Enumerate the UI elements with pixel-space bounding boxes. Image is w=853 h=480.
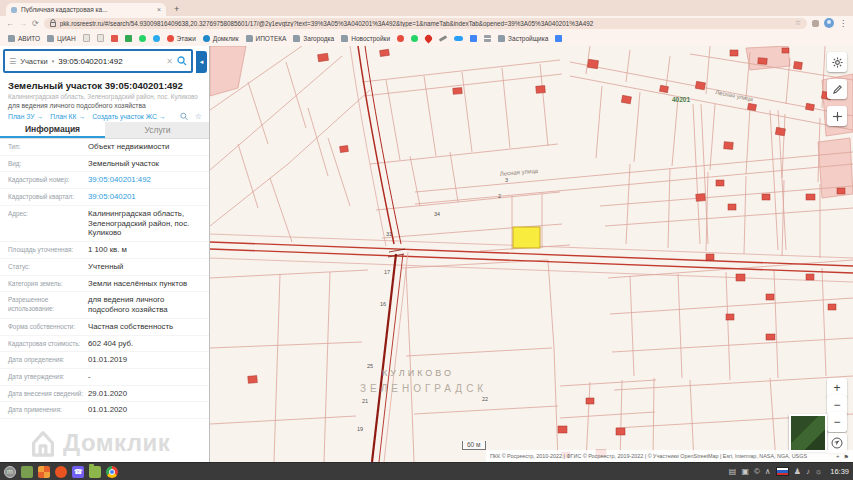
bookmark-item[interactable]: [125, 35, 132, 42]
bookmark-item[interactable]: [411, 35, 418, 42]
bookmark-item[interactable]: [139, 35, 146, 42]
row-value: 29.01.2020: [88, 389, 202, 399]
bookmark-item[interactable]: [111, 35, 118, 42]
tab-close-icon[interactable]: ×: [157, 6, 161, 13]
browser-tab[interactable]: Публичная кадастровая ка... ×: [6, 3, 166, 16]
bookmark-item[interactable]: Загородка: [293, 35, 334, 42]
bookmark-item[interactable]: [470, 35, 477, 42]
row-value: 01.01.2019: [88, 355, 202, 365]
svg-text:2: 2: [498, 193, 501, 199]
bookmark-item[interactable]: [83, 34, 90, 42]
map-canvas[interactable]: Лесная улица Лесная улица 40201 КУЛИКОВО…: [210, 46, 853, 462]
viber-app-icon[interactable]: ☎: [72, 466, 84, 478]
sound-tray-icon[interactable]: ♪: [806, 468, 810, 476]
bookmark-item[interactable]: [454, 36, 463, 41]
watermark: Домклик: [28, 428, 170, 458]
back-button[interactable]: ←: [6, 19, 14, 28]
forward-button[interactable]: →: [19, 19, 27, 28]
bookmark-item[interactable]: Этажи: [167, 35, 196, 42]
search-category[interactable]: Участки: [20, 57, 48, 66]
new-tab-button[interactable]: +: [174, 3, 179, 16]
table-row: Форма собственности: Частная собственнос…: [0, 319, 210, 336]
bookmark-icon: [246, 35, 253, 42]
table-row: Дата определения: 01.01.2019: [0, 352, 210, 369]
taskbar-clock[interactable]: 16:39: [830, 467, 849, 476]
basemap-thumbnail[interactable]: [789, 414, 827, 452]
search-box[interactable]: ☰ Участки ▾ 39:05:040201:492 ✕: [3, 49, 193, 73]
box-tray-icon[interactable]: ▣: [741, 468, 749, 476]
link-plan-zu[interactable]: План ЗУ →: [8, 113, 43, 120]
bookmark-item[interactable]: ЦИАН: [47, 35, 76, 42]
cadastral-map[interactable]: Лесная улица Лесная улица 40201 КУЛИКОВО…: [210, 46, 853, 462]
bookmark-icon: [293, 35, 300, 42]
collapse-controls-button[interactable]: −: [827, 412, 847, 432]
ubuntu-app-icon[interactable]: [55, 466, 67, 478]
bookmark-item[interactable]: Домклик: [203, 35, 239, 42]
row-value: 1 100 кв. м: [88, 245, 202, 255]
parcel-address-subtitle: Калининградская область, Зеленоградский …: [8, 93, 202, 100]
user-tray-icon[interactable]: ♟: [794, 468, 801, 476]
profile-avatar[interactable]: [824, 18, 834, 28]
keyboard-layout-ru-flag[interactable]: [776, 467, 789, 476]
office-app-icon[interactable]: [38, 466, 50, 478]
attribution-plus-icon[interactable]: +: [836, 453, 840, 459]
zoom-to-parcel-icon[interactable]: [180, 112, 188, 121]
bookmark-item[interactable]: [397, 35, 404, 42]
extensions-icon[interactable]: [812, 20, 819, 27]
files-app-icon[interactable]: [89, 466, 101, 478]
bookmark-star-icon[interactable]: ☆: [795, 19, 801, 27]
bookmark-icon: [83, 34, 90, 42]
svg-text:17: 17: [384, 269, 390, 275]
bookmark-item[interactable]: АВИТО: [8, 35, 40, 42]
chrome-app-icon[interactable]: [106, 466, 118, 478]
search-input[interactable]: 39:05:040201:492: [58, 57, 162, 66]
page-title: Земельный участок 39:05:040201:492: [8, 80, 202, 91]
reload-button[interactable]: ⟳: [32, 19, 39, 28]
bookmark-item[interactable]: [425, 35, 432, 42]
map-settings-button[interactable]: [827, 52, 847, 72]
row-value: 39:05:040201: [88, 192, 202, 202]
row-label: Кадастровый квартал:: [8, 192, 88, 202]
bookmark-item[interactable]: [439, 37, 447, 40]
caret-up-icon[interactable]: ∧: [765, 468, 771, 476]
tab-information[interactable]: Информация: [0, 122, 105, 138]
update-tray-icon[interactable]: ©: [754, 468, 760, 476]
terminal-app-icon[interactable]: [21, 466, 33, 478]
bookmark-icon: [439, 35, 447, 42]
parcel-info-panel: ☰ Участки ▾ 39:05:040201:492 ✕ ◂ Земельн…: [0, 46, 210, 462]
center-map-button[interactable]: [827, 106, 847, 126]
bookmark-item[interactable]: Новостройки: [341, 35, 390, 42]
tab-services[interactable]: Услуги: [105, 122, 210, 138]
row-label: Кадастровая стоимость:: [8, 339, 88, 349]
attribution-flag-icon[interactable]: ⚑: [844, 453, 849, 460]
bookmark-item[interactable]: [484, 35, 491, 42]
pencil-icon: [832, 84, 843, 95]
favorite-star-icon[interactable]: ☆: [195, 112, 202, 121]
bookmark-icon: [167, 35, 174, 42]
chrome-menu-icon[interactable]: ⋮: [839, 19, 847, 28]
parcel-header: Земельный участок 39:05:040201:492 Калин…: [0, 76, 210, 121]
bookmark-item[interactable]: ИПОТЕКА: [246, 35, 287, 42]
table-row: Тип: Объект недвижимости: [0, 139, 210, 156]
menu-burger-icon[interactable]: ☰: [9, 57, 16, 66]
collapse-panel-button[interactable]: ◂: [196, 51, 207, 73]
bookmark-item[interactable]: [153, 35, 160, 42]
measure-button[interactable]: [827, 79, 847, 99]
settings-tray-icon[interactable]: ☼: [815, 468, 822, 476]
link-plan-kk[interactable]: План КК →: [50, 113, 85, 120]
selected-parcel[interactable]: [513, 227, 540, 248]
mint-menu-button[interactable]: m: [4, 466, 16, 478]
bookmark-item[interactable]: [97, 34, 104, 42]
url-bar[interactable]: pkk.rosreestr.ru/#/search/54.93009816409…: [44, 18, 807, 29]
bookmark-item[interactable]: [555, 35, 562, 42]
link-create-zhs[interactable]: Создать участок ЖС →: [92, 113, 165, 120]
quarter-label: 40201: [672, 96, 690, 103]
clipboard-tray-icon[interactable]: ▤: [729, 468, 737, 476]
row-label: Вид:: [8, 159, 88, 169]
bookmark-item[interactable]: Застройщика: [498, 35, 548, 42]
clear-search-icon[interactable]: ✕: [166, 57, 173, 66]
location-arrow-icon: [831, 437, 843, 449]
search-icon[interactable]: [177, 56, 187, 66]
bookmark-icon: [411, 35, 418, 42]
domclick-house-icon: [28, 428, 58, 458]
